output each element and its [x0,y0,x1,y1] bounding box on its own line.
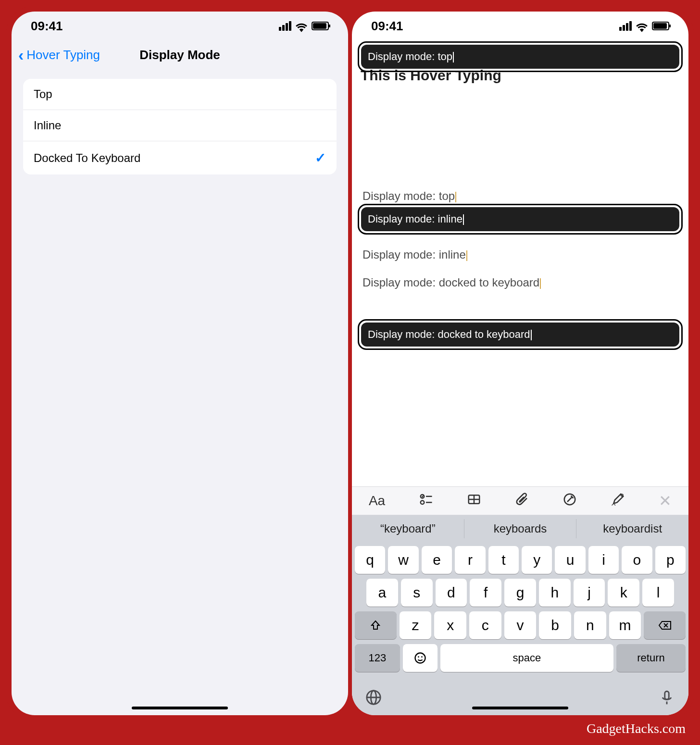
suggestion[interactable]: “keyboard” [352,519,464,538]
option-top[interactable]: Top [23,79,337,110]
status-bar: 09:41 [12,12,348,40]
note-line: Display mode: top [362,189,456,203]
key-d[interactable]: d [436,579,467,607]
suggestion[interactable]: keyboardist [576,519,688,538]
wifi-icon [295,21,308,31]
status-time: 09:41 [371,19,403,34]
cursor-icon [463,214,464,225]
svg-point-6 [421,500,425,504]
hover-text: Display mode: top [368,50,452,62]
markup-icon[interactable] [562,492,577,510]
format-button[interactable]: Aa [369,493,385,509]
page-title: Display Mode [139,48,220,62]
back-chevron-icon[interactable]: ‹ [18,47,24,63]
key-t[interactable]: t [488,546,519,574]
note-line: Display mode: docked to keyboard [362,276,541,289]
key-k[interactable]: k [608,579,639,607]
cursor-icon [540,278,541,289]
key-h[interactable]: h [539,579,571,607]
hover-text: Display mode: docked to keyboard [368,328,530,340]
option-label: Docked To Keyboard [34,151,140,165]
keyboard: q w e r t y u i o p a s d f g h j k l [352,542,688,682]
key-p[interactable]: p [655,546,686,574]
option-inline[interactable]: Inline [23,110,337,141]
key-n[interactable]: n [574,611,606,639]
status-time: 09:41 [31,19,63,34]
home-indicator[interactable] [132,707,228,709]
mic-icon[interactable] [659,689,675,708]
table-icon[interactable] [467,492,481,510]
key-y[interactable]: y [522,546,552,574]
close-toolbar-icon[interactable]: ✕ [659,492,672,510]
option-label: Inline [34,119,61,132]
keyboard-suggestions: “keyboard” keyboards keyboardist [352,515,688,542]
delete-key[interactable] [644,611,686,639]
back-button[interactable]: Hover Typing [26,48,100,62]
key-row-3: z x c v b n m [355,611,686,639]
svg-point-14 [418,656,419,658]
return-key[interactable]: return [616,644,686,672]
cellular-icon [279,21,291,31]
globe-icon[interactable] [365,689,382,708]
option-docked[interactable]: Docked To Keyboard ✓ [23,141,337,174]
key-x[interactable]: x [434,611,466,639]
key-row-2: a s d f g h j k l [355,579,686,607]
key-o[interactable]: o [622,546,652,574]
cellular-icon [619,21,632,31]
checklist-icon[interactable] [419,492,433,510]
key-b[interactable]: b [539,611,571,639]
checkmark-icon: ✓ [315,150,326,166]
key-g[interactable]: g [504,579,536,607]
option-label: Top [34,87,52,101]
key-a[interactable]: a [366,579,398,607]
key-e[interactable]: e [422,546,452,574]
key-l[interactable]: l [642,579,674,607]
svg-rect-19 [665,691,669,699]
key-r[interactable]: r [455,546,485,574]
nav-bar: ‹ Hover Typing Display Mode [12,40,348,69]
cursor-icon [453,52,454,62]
battery-icon [652,22,669,30]
notes-screen: 09:41 ‹ Back Done This is Hover Typing [352,12,688,715]
key-j[interactable]: j [574,579,605,607]
hover-typing-docked: Display mode: docked to keyboard [358,319,683,350]
key-z[interactable]: z [400,611,432,639]
compose-icon[interactable] [611,492,625,510]
hover-typing-top: Display mode: top [358,41,683,72]
keyboard-bottom [352,682,688,715]
svg-point-13 [415,653,425,663]
cursor-icon [531,330,532,340]
cursor-icon [455,192,456,202]
attachment-icon[interactable] [515,492,529,510]
key-m[interactable]: m [609,611,641,639]
key-row-4: 123 space return [355,644,686,672]
key-i[interactable]: i [588,546,619,574]
shift-key[interactable] [355,611,397,639]
key-w[interactable]: w [388,546,418,574]
watermark: GadgetHacks.com [587,721,686,736]
status-bar: 09:41 [352,12,688,40]
hover-text: Display mode: inline [368,213,462,225]
emoji-key[interactable] [403,644,438,672]
status-indicators [619,21,669,31]
suggestion[interactable]: keyboards [464,519,577,538]
key-s[interactable]: s [401,579,433,607]
space-key[interactable]: space [440,644,613,672]
home-indicator[interactable] [472,707,568,709]
status-indicators [279,21,329,31]
key-u[interactable]: u [555,546,585,574]
key-c[interactable]: c [469,611,501,639]
key-f[interactable]: f [470,579,501,607]
cursor-icon [466,250,467,261]
note-line: Display mode: inline [362,248,467,261]
notes-toolbar: Aa ✕ [352,486,688,515]
svg-point-15 [421,656,423,658]
key-v[interactable]: v [504,611,537,639]
notes-content[interactable]: ‹ Back Done This is Hover Typing Display… [352,40,688,486]
numeric-key[interactable]: 123 [355,644,400,672]
hover-typing-inline: Display mode: inline [358,204,683,235]
display-mode-list: Top Inline Docked To Keyboard ✓ [23,79,337,174]
key-q[interactable]: q [355,546,385,574]
battery-icon [312,22,329,30]
key-row-1: q w e r t y u i o p [355,546,686,574]
